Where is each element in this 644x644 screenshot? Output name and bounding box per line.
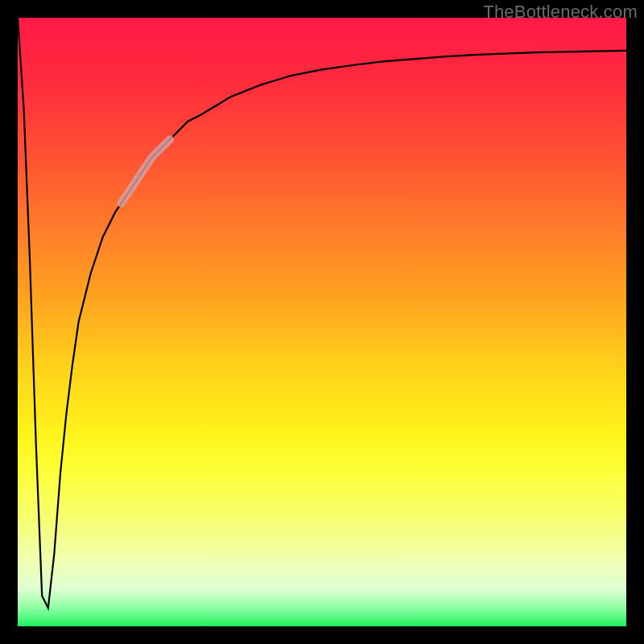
chart-root: TheBottleneck.com	[0, 0, 644, 644]
bottleneck-curve	[18, 18, 626, 608]
curve-layer	[18, 18, 626, 626]
watermark-text: TheBottleneck.com	[483, 2, 638, 23]
highlight-segment	[122, 139, 171, 203]
